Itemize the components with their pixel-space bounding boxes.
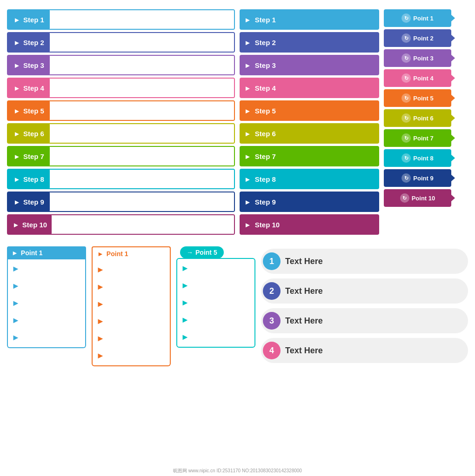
solid-label-1: Step 1 bbox=[255, 16, 276, 24]
step-solid-4: ► Step 4 bbox=[240, 78, 379, 98]
solid-arrow-7: ► bbox=[244, 152, 251, 160]
numbered-item-4: 4 Text Here bbox=[261, 338, 468, 363]
panel-orange-body: ► ► ► ► ► ► bbox=[92, 260, 171, 366]
step-label-4: Step 4 bbox=[23, 84, 44, 92]
point-tag-arrow-10: ↻ bbox=[400, 193, 409, 203]
step-content-3 bbox=[50, 56, 234, 74]
step-solid-10: ► Step 10 bbox=[240, 214, 379, 235]
step-outline-3: ► Step 3 bbox=[7, 55, 235, 75]
step-outline-10: ► Step 10 bbox=[7, 214, 235, 235]
steps-outline-column: ► Step 1 ► Step 2 ► Step 3 bbox=[7, 9, 235, 235]
point-tag-10: ↻ Point 10 bbox=[384, 189, 451, 207]
arrow-icon-7: ► bbox=[13, 152, 20, 160]
solid-arrow-6: ► bbox=[244, 130, 251, 138]
point-tag-label-4: Point 4 bbox=[413, 75, 433, 82]
step-solid-1: ► Step 1 bbox=[240, 9, 379, 30]
step-solid-7: ► Step 7 bbox=[240, 146, 379, 166]
step-label-8: Step 8 bbox=[23, 175, 44, 183]
point-tag-label-8: Point 8 bbox=[413, 155, 433, 162]
main-container: ► Step 1 ► Step 2 ► Step 3 bbox=[0, 0, 475, 373]
panel-orange-header: ► Point 1 bbox=[92, 246, 171, 260]
numbered-item-2: 2 Text Here bbox=[261, 278, 468, 304]
point-tag-arrow-9: ↻ bbox=[401, 173, 411, 183]
point-tag-1: ↻ Point 1 bbox=[384, 9, 451, 27]
point-tag-label-6: Point 6 bbox=[413, 115, 433, 122]
panel-teal-row-4: ► bbox=[181, 314, 251, 326]
bottom-section: ► Point 1 ► ► ► ► ► ► Point 1 ► ► ► ► bbox=[5, 239, 470, 369]
panel-teal-header: → Point 5 bbox=[180, 246, 224, 258]
solid-arrow-9: ► bbox=[244, 198, 251, 206]
panel-orange-title: Point 1 bbox=[107, 250, 128, 258]
step-badge-10: ► Step 10 bbox=[8, 215, 52, 234]
step-label-7: Step 7 bbox=[23, 152, 44, 160]
numbered-items: 1 Text Here 2 Text Here 3 Text Here 4 bbox=[261, 249, 468, 363]
step-content-8 bbox=[50, 170, 234, 188]
solid-label-4: Step 4 bbox=[255, 84, 276, 92]
arrow-icon-9: ► bbox=[13, 198, 20, 206]
panel-orange-row-6: ► bbox=[96, 350, 166, 362]
step-outline-2: ► Step 2 bbox=[7, 32, 235, 53]
solid-label-2: Step 2 bbox=[255, 39, 276, 46]
point-tag-label-9: Point 9 bbox=[413, 175, 433, 182]
point-tag-arrow-1: ↻ bbox=[401, 13, 411, 23]
panel-blue-row-1: ► bbox=[12, 263, 81, 275]
num-1: 1 bbox=[269, 257, 274, 266]
panel-orange: ► Point 1 ► ► ► ► ► ► bbox=[92, 246, 171, 366]
step-badge-1: ► Step 1 bbox=[8, 10, 50, 29]
panel-teal-row-2: ► bbox=[181, 280, 251, 291]
point-tag-arrow-4: ↻ bbox=[401, 73, 411, 83]
step-badge-5: ► Step 5 bbox=[8, 101, 50, 120]
point-tag-arrow-2: ↻ bbox=[401, 33, 411, 43]
solid-label-7: Step 7 bbox=[255, 152, 276, 160]
step-label-6: Step 6 bbox=[23, 130, 44, 138]
point-tag-arrow-6: ↻ bbox=[401, 113, 411, 123]
solid-arrow-8: ► bbox=[244, 175, 251, 183]
step-content-10 bbox=[52, 215, 234, 234]
step-content-7 bbox=[50, 147, 234, 165]
panel-blue-arrow: ► bbox=[12, 249, 18, 257]
step-badge-7: ► Step 7 bbox=[8, 147, 50, 165]
point-tag-label-3: Point 3 bbox=[413, 55, 433, 62]
arrow-icon-8: ► bbox=[13, 175, 20, 183]
step-label-5: Step 5 bbox=[23, 107, 44, 115]
panel-orange-row-3: ► bbox=[96, 298, 166, 310]
point-tag-label-1: Point 1 bbox=[413, 15, 433, 22]
num-3: 3 bbox=[269, 316, 274, 326]
step-solid-3: ► Step 3 bbox=[240, 55, 379, 75]
panel-orange-row-4: ► bbox=[96, 316, 166, 327]
panel-blue-row-2: ► bbox=[12, 280, 81, 292]
points-tags-column: ↻ Point 1 ↻ Point 2 ↻ Point 3 ↻ bbox=[384, 9, 451, 235]
point-tag-9: ↻ Point 9 bbox=[384, 169, 451, 187]
panel-teal-arrow: → bbox=[187, 249, 193, 256]
numbered-item-1: 1 Text Here bbox=[261, 249, 468, 274]
step-solid-9: ► Step 9 bbox=[240, 192, 379, 212]
solid-arrow-3: ► bbox=[244, 61, 251, 69]
num-text-1: Text Here bbox=[285, 257, 323, 266]
solid-label-3: Step 3 bbox=[255, 61, 276, 69]
panel-orange-row-2: ► bbox=[96, 281, 166, 293]
step-outline-7: ► Step 7 bbox=[7, 146, 235, 166]
watermark: 昵图网 www.nipic.cn ID:2531170 NO:201308302… bbox=[0, 468, 475, 474]
arrow-icon-1: ► bbox=[13, 16, 20, 24]
step-label-2: Step 2 bbox=[23, 39, 44, 46]
panel-blue-row-4: ► bbox=[12, 315, 81, 326]
point-tag-7: ↻ Point 7 bbox=[384, 129, 451, 147]
step-outline-1: ► Step 1 bbox=[7, 9, 235, 30]
step-solid-2: ► Step 2 bbox=[240, 32, 379, 53]
step-outline-9: ► Step 9 bbox=[7, 192, 235, 212]
step-solid-5: ► Step 5 bbox=[240, 100, 379, 121]
step-badge-8: ► Step 8 bbox=[8, 170, 50, 188]
point-tag-8: ↻ Point 8 bbox=[384, 149, 451, 167]
step-label-3: Step 3 bbox=[23, 61, 44, 69]
point-tag-5: ↻ Point 5 bbox=[384, 89, 451, 107]
step-outline-4: ► Step 4 bbox=[7, 78, 235, 98]
panel-teal-row-3: ► bbox=[181, 297, 251, 309]
step-badge-9: ► Step 9 bbox=[8, 192, 50, 211]
num-text-4: Text Here bbox=[285, 346, 323, 356]
step-label-10: Step 10 bbox=[22, 221, 47, 229]
panel-orange-arrow: ► bbox=[97, 250, 104, 258]
solid-label-6: Step 6 bbox=[255, 130, 276, 138]
step-outline-6: ► Step 6 bbox=[7, 123, 235, 144]
solid-label-10: Step 10 bbox=[255, 221, 280, 229]
point-tag-4: ↻ Point 4 bbox=[384, 69, 451, 87]
